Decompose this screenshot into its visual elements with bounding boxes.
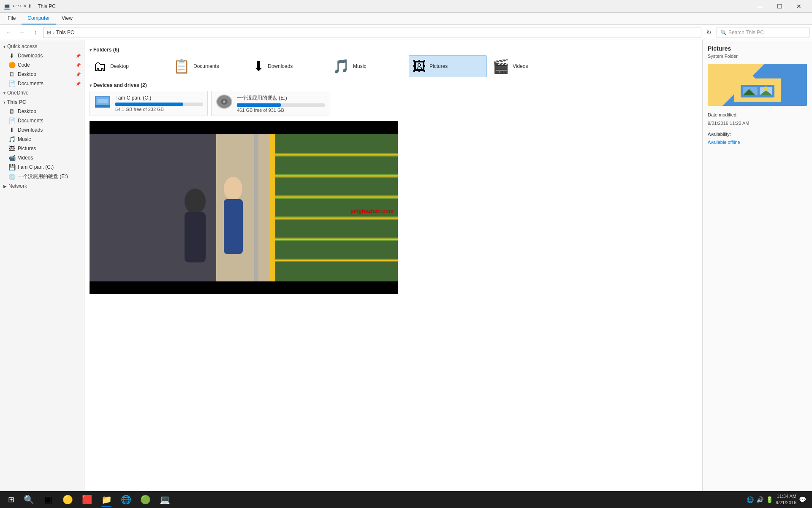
sidebar-item-downloads-pinned[interactable]: ⬇ Downloads 📌	[0, 51, 84, 60]
devices-section-header[interactable]: ▾ Devices and drives (2)	[90, 82, 697, 88]
sidebar-thispc-header[interactable]: ▾ This PC	[0, 97, 84, 107]
taskbar-powershell[interactable]: 🟡	[58, 491, 77, 508]
folders-section-header[interactable]: ▾ Folders (6)	[90, 47, 697, 53]
documents-icon: 📄	[8, 80, 15, 87]
sidebar-pictures-label: Pictures	[18, 146, 36, 151]
folder-videos-icon: 🎬	[492, 59, 509, 73]
svg-rect-3	[98, 99, 108, 103]
folders-section-label: Folders (6)	[93, 47, 119, 53]
preview-avail-value[interactable]: Available offline	[708, 140, 740, 145]
sidebar-item-music[interactable]: 🎵 Music	[0, 135, 84, 144]
device-drive-e-icon	[216, 94, 233, 113]
desktop2-icon: 🖥	[8, 108, 15, 115]
taskbar-search[interactable]: 🔍	[19, 491, 38, 508]
taskbar: ⊞ 🔍 ▣ 🟡 🟥 📁 🌐 🟢 💻 🌐 🔊 🔋 11:34 AM 9/21/20…	[0, 491, 812, 508]
search-placeholder: Search This PC	[728, 30, 764, 35]
sidebar-item-code[interactable]: 🟠 Code 📌	[0, 60, 84, 70]
svg-point-25	[185, 189, 206, 214]
tray-battery-icon[interactable]: 🔋	[766, 496, 773, 503]
sidebar-desktop-label: Desktop	[18, 71, 36, 77]
folder-videos[interactable]: 🎬 Videos	[489, 55, 567, 77]
device-drive-c-icon	[94, 94, 111, 113]
video-watermark: yinghezhan.com	[350, 208, 394, 214]
documents2-icon: 📄	[8, 117, 15, 124]
folder-music-icon: 🎵	[333, 59, 350, 73]
folder-pictures[interactable]: 🖼 Pictures	[409, 55, 487, 77]
address-path[interactable]: ⊞ › This PC	[43, 27, 701, 38]
video-player[interactable]: yinghezhan.com	[90, 121, 398, 294]
code-icon: 🟠	[8, 62, 15, 68]
sidebar-network-header[interactable]: ▶ Network	[0, 181, 84, 191]
taskbar-explorer[interactable]: 📁	[97, 491, 116, 508]
tray-time: 11:34 AM	[776, 493, 796, 500]
svg-rect-17	[269, 134, 275, 281]
taskbar-chrome[interactable]: 🌐	[117, 491, 135, 508]
tab-view[interactable]: View	[56, 13, 79, 24]
sidebar-item-pictures[interactable]: 🖼 Pictures	[0, 144, 84, 153]
svg-point-34	[764, 86, 768, 91]
devices-section-label: Devices and drives (2)	[93, 82, 147, 88]
forward-button[interactable]: →	[16, 27, 28, 38]
svg-point-27	[224, 177, 242, 200]
onedrive-label: OneDrive	[7, 90, 29, 96]
device-drive-e-bar-fill	[237, 103, 281, 107]
close-button[interactable]: ✕	[789, 0, 809, 13]
pin-icon-4: 📌	[76, 81, 81, 86]
tray-clock[interactable]: 11:34 AM 9/21/2016	[776, 493, 796, 506]
back-button[interactable]: ←	[3, 27, 14, 38]
sidebar-item-desktop2[interactable]: 🖥 Desktop	[0, 107, 84, 116]
tray-notifications-icon[interactable]: 💬	[799, 496, 806, 503]
arrow-icon-network: ▶	[3, 184, 7, 189]
refresh-button[interactable]: ↻	[703, 27, 715, 38]
taskbar-app1[interactable]: 🟢	[136, 491, 155, 508]
arrow-icon-thispc: ▾	[3, 100, 5, 105]
svg-rect-2	[95, 105, 110, 108]
sidebar-onedrive-header[interactable]: ▾ OneDrive	[0, 88, 84, 97]
drive-c-icon: 💾	[8, 164, 15, 170]
sidebar-code-label: Code	[18, 62, 30, 68]
sidebar-item-documents-pinned[interactable]: 📄 Documents 📌	[0, 79, 84, 88]
taskbar-slides[interactable]: 🟥	[78, 491, 96, 508]
sidebar-item-downloads2[interactable]: ⬇ Downloads	[0, 125, 84, 135]
quick-access-label: Quick access	[7, 43, 37, 49]
taskbar-taskview[interactable]: ▣	[39, 491, 57, 508]
up-button[interactable]: ↑	[30, 27, 41, 38]
tray-network-icon[interactable]: 🌐	[747, 496, 754, 503]
sidebar-documents-label: Documents	[18, 81, 43, 86]
sidebar-music-label: Music	[18, 136, 31, 142]
folder-documents[interactable]: 📋 Documents	[169, 55, 247, 77]
sidebar-item-drive-c[interactable]: 💾 I am C pan. (C:)	[0, 162, 84, 172]
tray-volume-icon[interactable]: 🔊	[756, 496, 763, 503]
preview-pane: Pictures System Folder Date modified: 9/	[702, 40, 812, 494]
device-drive-c-free: 54.1 GB free of 232 GB	[115, 107, 203, 112]
music-icon: 🎵	[8, 136, 15, 143]
sidebar-item-documents2[interactable]: 📄 Documents	[0, 116, 84, 125]
breadcrumb: ⊞	[47, 30, 51, 35]
tab-computer[interactable]: Computer	[22, 13, 56, 24]
folder-downloads[interactable]: ⬇ Downloads	[249, 55, 327, 77]
sidebar-item-desktop-pinned[interactable]: 🖥 Desktop 📌	[0, 70, 84, 79]
sidebar: ▾ Quick access ⬇ Downloads 📌 🟠 Code 📌 🖥 …	[0, 40, 84, 494]
maximize-button[interactable]: ☐	[770, 0, 789, 13]
desktop-icon: 🖥	[8, 71, 15, 78]
folder-music[interactable]: 🎵 Music	[329, 55, 407, 77]
device-drive-e[interactable]: 一个没屁用的硬盘 (E:) 461 GB free of 931 GB	[211, 91, 329, 116]
sidebar-quick-access-header[interactable]: ▾ Quick access	[0, 42, 84, 51]
folder-downloads-label: Downloads	[268, 63, 293, 69]
folder-desktop[interactable]: 🗂 Desktop	[90, 55, 168, 77]
device-drive-c[interactable]: I am C pan. (C:) 54.1 GB free of 232 GB	[90, 91, 208, 116]
device-drive-c-bar-bg	[115, 103, 203, 106]
tab-file[interactable]: File	[2, 13, 22, 24]
minimize-button[interactable]: —	[750, 0, 770, 13]
folder-documents-icon: 📋	[173, 59, 190, 73]
sidebar-item-videos[interactable]: 📹 Videos	[0, 153, 84, 162]
svg-rect-26	[185, 212, 206, 262]
title-bar-left: 💻 ↩ ↪ ✕ ⬆ This PC	[3, 3, 56, 10]
search-box[interactable]: 🔍 Search This PC	[717, 27, 809, 38]
taskbar-thispc[interactable]: 💻	[155, 491, 174, 508]
downloads-icon: ⬇	[8, 52, 15, 59]
device-drive-e-info: 一个没屁用的硬盘 (E:) 461 GB free of 931 GB	[237, 95, 325, 113]
start-button[interactable]: ⊞	[3, 491, 19, 508]
sidebar-item-drive-e[interactable]: 💿 一个没屁用的硬盘 (E:)	[0, 172, 84, 181]
title-bar-title: This PC	[38, 3, 56, 9]
